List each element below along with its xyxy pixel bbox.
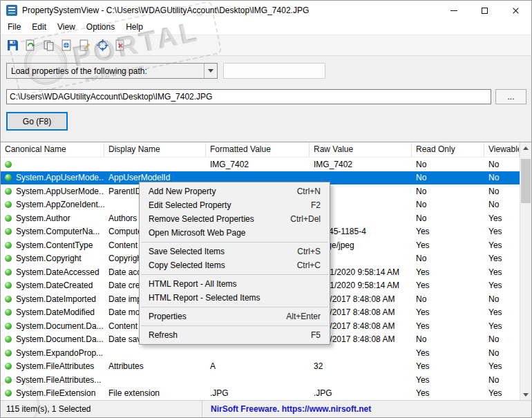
go-button[interactable]: Go (F8) (6, 112, 68, 131)
context-menu-item[interactable]: Copy Selected ItemsCtrl+C (140, 258, 330, 272)
column-header-raw-value[interactable]: Raw Value (310, 142, 412, 157)
context-menu-item[interactable]: Open Microsoft Web Page (140, 226, 330, 240)
maximize-icon (482, 8, 488, 14)
refresh-icon[interactable] (23, 38, 38, 53)
cell-read-only: Yes (412, 225, 484, 239)
cell-raw: 32 (310, 360, 412, 374)
property-dot-icon (5, 201, 12, 208)
status-bar: 115 item(s), 1 Selected NirSoft Freeware… (1, 400, 531, 417)
cell-read-only: No (412, 198, 484, 212)
cell-canonical: System.DateAccessed (1, 265, 104, 279)
cell-canonical: System.Author (1, 211, 104, 225)
menu-edit[interactable]: Edit (26, 20, 52, 35)
menu-bar: FileEditViewOptionsHelp (1, 20, 531, 35)
cell-formatted: .JPG (206, 387, 310, 401)
cell-read-only: No (412, 211, 484, 225)
menu-separator (141, 274, 328, 275)
menu-view[interactable]: View (52, 20, 81, 35)
column-header-canonical-name[interactable]: Canonical Name (1, 142, 104, 157)
maximize-button[interactable] (469, 1, 500, 20)
target-icon[interactable] (95, 38, 110, 53)
table-row[interactable]: IMG_7402IMG_7402NoNo (1, 158, 520, 171)
cell-raw: IMG_7402 (310, 158, 412, 171)
menu-item-label: Edit Selected Property (149, 200, 231, 210)
cell-read-only: Yes (412, 387, 484, 401)
property-dot-icon (5, 363, 12, 370)
cell-formatted (206, 346, 310, 360)
column-header-viewable[interactable]: Viewable (484, 142, 520, 157)
cell-canonical: System.AppUserMode... (1, 184, 104, 198)
menu-item-shortcut: Ctrl+C (297, 260, 321, 270)
html-report-icon[interactable] (59, 38, 74, 53)
vertical-scrollbar[interactable] (520, 142, 531, 401)
cell-canonical: System.ExpandoProp... (1, 346, 104, 360)
cell-canonical: System.ComputerNa... (1, 225, 104, 239)
context-menu: Add New PropertyCtrl+NEdit Selected Prop… (139, 182, 330, 345)
cell-canonical: System.FileExtension (1, 387, 104, 401)
path-input[interactable] (6, 89, 491, 104)
table-row[interactable]: System.ExpandoProp...YesNo (1, 346, 520, 360)
cell-text: System.DateModified (16, 307, 95, 317)
cell-canonical: System.AppUserMode... (1, 171, 104, 185)
menu-item-label: HTML Report - All Items (149, 279, 237, 289)
property-dot-icon (5, 323, 12, 330)
cell-viewable: No (484, 373, 520, 387)
context-menu-item[interactable]: Remove Selected PropertiesCtrl+Del (140, 212, 330, 226)
context-menu-item[interactable]: HTML Report - All Items (140, 277, 330, 291)
minimize-button[interactable] (438, 1, 469, 20)
window-controls (438, 1, 531, 20)
cell-raw: .JPG (310, 387, 412, 401)
table-row[interactable]: System.FileAttributesAttributesA32YesYes (1, 360, 520, 374)
nirsoft-link[interactable]: NirSoft Freeware. https://www.nirsoft.ne… (202, 404, 371, 414)
context-menu-item[interactable]: RefreshF5 (140, 328, 330, 342)
menu-item-shortcut: F5 (311, 330, 321, 340)
cell-formatted: IMG_7402 (206, 158, 310, 171)
column-header-formatted-value[interactable]: Formatted Value (206, 142, 310, 157)
close-button[interactable] (500, 1, 531, 20)
property-dot-icon (5, 174, 12, 181)
edit-property-icon[interactable] (77, 38, 92, 53)
browse-button[interactable]: ... (495, 89, 526, 104)
context-menu-item[interactable]: PropertiesAlt+Enter (140, 310, 330, 323)
context-menu-item[interactable]: Edit Selected PropertyF2 (140, 198, 330, 212)
copy-icon[interactable] (41, 38, 56, 53)
save-icon[interactable] (5, 38, 20, 53)
status-count: 115 item(s), 1 Selected (1, 401, 202, 417)
cell-text: System.DateAccessed (16, 267, 99, 277)
cell-display: Attributes (104, 360, 206, 374)
window-title: PropertySystemView - C:\Users\WDAGUtilit… (22, 6, 309, 15)
minimize-icon (450, 10, 457, 11)
cell-text: System.Copyright (16, 254, 82, 263)
context-menu-item[interactable]: Save Selected ItemsCtrl+S (140, 245, 330, 258)
cell-canonical: System.DateCreated (1, 279, 104, 293)
cell-viewable: No (484, 346, 520, 360)
chevron-down-icon[interactable] (204, 64, 217, 78)
scroll-up-icon[interactable] (520, 142, 531, 154)
property-dot-icon (5, 228, 12, 235)
property-dot-icon (5, 296, 12, 303)
cell-canonical: System.AppZoneIdent... (1, 198, 104, 212)
cell-canonical: System.FileAttributes... (1, 373, 104, 387)
path-type-combo[interactable]: Load properties of the following path: (6, 63, 218, 79)
table-row[interactable]: System.FileAttributes...YesNo (1, 373, 520, 387)
table-row[interactable]: System.FileExtensionFile extension.JPG.J… (1, 387, 520, 401)
cell-read-only: Yes (412, 373, 484, 387)
remove-icon[interactable] (113, 38, 128, 53)
column-header-display-name[interactable]: Display Name (104, 142, 206, 157)
menu-item-shortcut: Ctrl+Del (290, 214, 321, 224)
menu-file[interactable]: File (2, 20, 26, 35)
menu-help[interactable]: Help (120, 20, 149, 35)
menu-separator (141, 325, 328, 326)
cell-viewable: Yes (484, 238, 520, 252)
context-menu-item[interactable]: HTML Report - Selected Items (140, 291, 330, 305)
cell-canonical: System.ContentType (1, 238, 104, 252)
secondary-input[interactable] (223, 63, 325, 79)
column-header-read-only[interactable]: Read Only (412, 142, 484, 157)
scrollbar-thumb[interactable] (521, 159, 531, 203)
menu-options[interactable]: Options (81, 20, 120, 35)
cell-text: System.FileAttributes... (16, 375, 101, 385)
scroll-down-icon[interactable] (520, 389, 531, 401)
cell-canonical: System.DateModified (1, 306, 104, 320)
property-dot-icon (5, 161, 12, 168)
context-menu-item[interactable]: Add New PropertyCtrl+N (140, 184, 330, 198)
